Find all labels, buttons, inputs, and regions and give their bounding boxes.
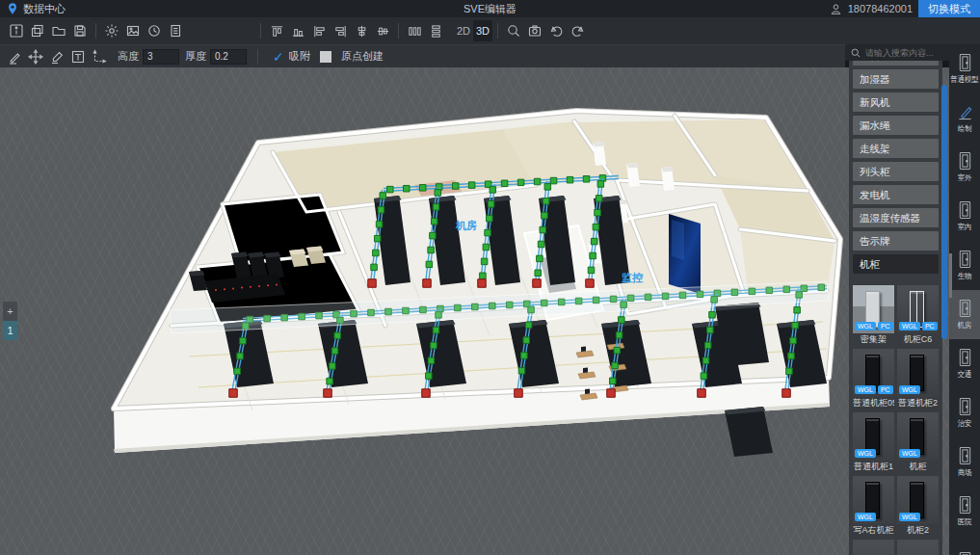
light-settings-button[interactable] xyxy=(101,20,122,41)
component-list: 精密空调 加湿器 新风机 漏水绳 走线架 列头柜 发电机 温湿度传感器 告示牌 … xyxy=(849,61,942,555)
category-label: 绘制 xyxy=(958,123,972,134)
add-floor-button[interactable]: + xyxy=(3,302,17,321)
background-button[interactable] xyxy=(122,20,144,41)
origin-create-checkbox[interactable] xyxy=(320,51,331,63)
eraser-tool-button[interactable] xyxy=(46,46,67,67)
list-item[interactable]: 列头柜 xyxy=(853,162,939,181)
model-thumb[interactable] xyxy=(897,540,939,555)
thickness-input[interactable] xyxy=(210,49,247,65)
format-badge: WGL xyxy=(899,449,920,458)
door-icon xyxy=(957,151,973,171)
dimension-tool-button[interactable] xyxy=(89,46,110,67)
category-draw[interactable]: 绘制 xyxy=(949,93,980,143)
view-3d-button[interactable]: 3D xyxy=(473,20,492,41)
list-item[interactable]: 新风机 xyxy=(853,92,939,112)
list-item[interactable]: 加湿器 xyxy=(853,69,939,89)
category-more[interactable] xyxy=(949,536,980,555)
model-thumbnails: WGLPC 密集架 WGLPC 机柜C6 WGLPC 普通机柜05 WGL xyxy=(853,285,939,555)
library-search-input[interactable] xyxy=(865,48,944,58)
distribute-h-button[interactable] xyxy=(404,20,425,41)
pencil-icon xyxy=(7,49,22,65)
pencil-tool-button[interactable] xyxy=(4,46,25,67)
align-right-button[interactable] xyxy=(330,20,351,41)
draw-options-toolbar: 高度 厚度 ✓ 吸附 原点创建 xyxy=(0,44,845,67)
align-bottom-button[interactable] xyxy=(287,20,308,41)
info-icon xyxy=(9,23,24,39)
undo-button[interactable] xyxy=(545,20,567,41)
floor-1-button[interactable]: 1 xyxy=(3,321,17,340)
screenshot-button[interactable] xyxy=(524,20,545,41)
machine-room-label: 机房 xyxy=(455,220,477,231)
save-button[interactable] xyxy=(69,20,91,41)
category-machine-room[interactable]: 机房 xyxy=(949,290,980,339)
category-label: 治安 xyxy=(958,418,972,429)
model-thumb[interactable]: WGL 写A右机柜 xyxy=(853,476,894,537)
dimension-icon xyxy=(92,49,107,65)
category-outdoor[interactable]: 室外 xyxy=(949,143,980,192)
list-item[interactable]: 发电机 xyxy=(853,185,939,204)
category-indoor[interactable]: 室内 xyxy=(949,192,980,241)
switch-mode-button[interactable]: 切换模式 xyxy=(918,0,980,17)
view-2d-button[interactable]: 2D xyxy=(454,20,473,41)
height-input[interactable] xyxy=(143,49,179,65)
redo-button[interactable] xyxy=(567,20,588,41)
format-badge: WGL xyxy=(899,513,920,521)
user-icon xyxy=(830,3,842,15)
info-button[interactable] xyxy=(6,20,27,41)
category-mall[interactable]: 商场 xyxy=(949,437,980,487)
list-item[interactable]: 走线架 xyxy=(853,139,939,158)
folder-icon xyxy=(51,23,66,39)
history-button[interactable] xyxy=(144,20,165,41)
floor-selector: + 1 xyxy=(3,302,17,340)
list-item[interactable]: 精密空调 xyxy=(853,61,939,66)
model-name: 普通机柜05 xyxy=(853,397,894,410)
distribute-v-button[interactable] xyxy=(425,20,446,41)
model-name: 机柜C6 xyxy=(897,333,939,346)
category-hospital[interactable]: 医院 xyxy=(949,487,980,536)
door-icon xyxy=(957,299,973,318)
list-button[interactable] xyxy=(165,20,186,41)
model-thumb[interactable]: WGL 机柜 xyxy=(897,412,939,473)
distribute-v-icon xyxy=(429,24,443,39)
category-security[interactable]: 治安 xyxy=(949,388,980,437)
move-tool-button[interactable] xyxy=(25,46,46,67)
align-center-h-button[interactable] xyxy=(351,20,372,41)
user-phone: 18078462001 xyxy=(848,3,913,14)
align-top-button[interactable] xyxy=(266,20,287,41)
category-traffic[interactable]: 交通 xyxy=(949,339,980,388)
open-button[interactable] xyxy=(48,20,69,41)
align-center-v-button[interactable] xyxy=(372,20,393,41)
format-badge: PC xyxy=(878,322,893,330)
scene-3d-view: 机房 监控 xyxy=(0,67,949,555)
align-left-button[interactable] xyxy=(308,20,330,41)
model-thumb[interactable]: WGL 普通机柜1 xyxy=(853,412,894,473)
format-badge: WGL xyxy=(899,322,920,330)
model-thumb[interactable]: WGLPC 机柜C6 xyxy=(897,285,939,346)
list-item[interactable]: 温湿度传感器 xyxy=(853,208,939,227)
list-item[interactable]: 告示牌 xyxy=(853,231,939,251)
list-item[interactable]: 漏水绳 xyxy=(853,116,939,135)
list-item-selected[interactable]: 机柜 xyxy=(853,254,939,274)
library-scrollbar[interactable] xyxy=(941,85,947,339)
titlebar: 数据中心 SVE编辑器 18078462001 切换模式 xyxy=(0,0,980,17)
category-biology[interactable]: 生物 xyxy=(949,241,980,290)
model-thumb[interactable]: WGL 机柜2 xyxy=(897,476,939,537)
undo-icon xyxy=(549,24,564,39)
model-thumb[interactable]: WGLPC 普通机柜05 xyxy=(853,349,894,410)
sve-editor-window: 数据中心 SVE编辑器 18078462001 切换模式 2D 3D xyxy=(0,0,980,555)
distribute-h-icon xyxy=(408,24,422,39)
door-icon xyxy=(957,397,973,416)
door-icon xyxy=(957,495,973,515)
copy-button[interactable] xyxy=(27,20,48,41)
category-common-models[interactable]: 普通模型 xyxy=(949,44,980,93)
scene-canvas[interactable]: 机房 监控 + 1 xyxy=(0,67,949,555)
snap-checkbox[interactable]: ✓ xyxy=(273,51,284,63)
door-icon xyxy=(957,551,973,555)
save-icon xyxy=(72,23,88,39)
search-scene-button[interactable] xyxy=(503,20,524,41)
model-thumb[interactable]: WGLPC 密集架 xyxy=(853,285,894,346)
model-thumb[interactable]: WGL 普通机柜2 xyxy=(897,349,939,410)
category-scrollbar[interactable] xyxy=(949,253,952,298)
text-tool-button[interactable] xyxy=(67,46,89,67)
model-thumb[interactable] xyxy=(853,540,894,555)
